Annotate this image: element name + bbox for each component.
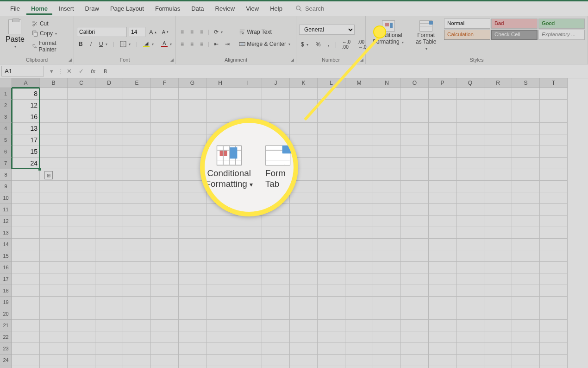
- cell-R16[interactable]: [484, 262, 512, 273]
- cell-F21[interactable]: [151, 320, 179, 331]
- cell-O8[interactable]: [401, 169, 429, 181]
- cell-R25[interactable]: [484, 366, 512, 368]
- cell-D25[interactable]: [95, 366, 123, 368]
- cell-D18[interactable]: [95, 285, 123, 297]
- column-header-A[interactable]: A: [12, 78, 40, 88]
- cell-P14[interactable]: [429, 239, 457, 250]
- row-header-5[interactable]: 5: [0, 134, 12, 146]
- cell-N12[interactable]: [373, 216, 401, 227]
- cell-C24[interactable]: [68, 355, 95, 366]
- cell-P23[interactable]: [429, 343, 457, 355]
- cell-O23[interactable]: [401, 343, 429, 355]
- cell-F3[interactable]: [151, 111, 179, 123]
- cell-M4[interactable]: [345, 123, 373, 134]
- cell-B20[interactable]: [40, 308, 68, 320]
- cell-S6[interactable]: [512, 146, 540, 158]
- cell-S19[interactable]: [512, 297, 540, 308]
- cell-O3[interactable]: [401, 111, 429, 123]
- cell-L22[interactable]: [318, 331, 345, 343]
- cell-G4[interactable]: [179, 123, 206, 134]
- style-check-cell[interactable]: Check Cell: [491, 30, 538, 40]
- column-header-E[interactable]: E: [123, 78, 151, 88]
- cell-P1[interactable]: [429, 88, 457, 100]
- cell-E15[interactable]: [123, 250, 151, 262]
- cell-K5[interactable]: [290, 134, 318, 146]
- cell-M23[interactable]: [345, 343, 373, 355]
- cell-S4[interactable]: [512, 123, 540, 134]
- cell-C10[interactable]: [68, 192, 95, 204]
- cell-P24[interactable]: [429, 355, 457, 366]
- column-header-G[interactable]: G: [179, 78, 206, 88]
- cell-S8[interactable]: [512, 169, 540, 181]
- style-calculation[interactable]: Calculation: [444, 30, 490, 40]
- cell-H24[interactable]: [206, 355, 234, 366]
- cell-C25[interactable]: [68, 366, 95, 368]
- cell-D4[interactable]: [95, 123, 123, 134]
- cell-D16[interactable]: [95, 262, 123, 273]
- wrap-text-button[interactable]: Wrap Text: [237, 28, 292, 36]
- cell-J12[interactable]: [262, 216, 290, 227]
- row-header-14[interactable]: 14: [0, 239, 12, 250]
- cell-M8[interactable]: [345, 169, 373, 181]
- row-header-21[interactable]: 21: [0, 320, 12, 331]
- column-header-D[interactable]: D: [95, 78, 123, 88]
- row-header-7[interactable]: 7: [0, 158, 12, 169]
- cell-A11[interactable]: [12, 204, 40, 216]
- cell-K21[interactable]: [290, 320, 318, 331]
- cell-G16[interactable]: [179, 262, 206, 273]
- cell-F19[interactable]: [151, 297, 179, 308]
- cell-B16[interactable]: [40, 262, 68, 273]
- comma-format-button[interactable]: ,: [326, 40, 331, 49]
- cell-J14[interactable]: [262, 239, 290, 250]
- cell-N24[interactable]: [373, 355, 401, 366]
- row-header-16[interactable]: 16: [0, 262, 12, 273]
- cell-S22[interactable]: [512, 331, 540, 343]
- cell-T10[interactable]: [540, 192, 568, 204]
- insert-function-button[interactable]: fx: [87, 68, 99, 75]
- row-header-17[interactable]: 17: [0, 273, 12, 285]
- cell-E6[interactable]: [123, 146, 151, 158]
- cell-A3[interactable]: 16: [12, 111, 40, 123]
- cell-L23[interactable]: [318, 343, 345, 355]
- row-header-8[interactable]: 8: [0, 169, 12, 181]
- cell-F15[interactable]: [151, 250, 179, 262]
- cell-I12[interactable]: [234, 216, 262, 227]
- menu-home[interactable]: Home: [26, 2, 52, 15]
- cell-R4[interactable]: [484, 123, 512, 134]
- cell-L15[interactable]: [318, 250, 345, 262]
- cell-T9[interactable]: [540, 181, 568, 192]
- cell-F4[interactable]: [151, 123, 179, 134]
- cell-K11[interactable]: [290, 204, 318, 216]
- cell-Q15[interactable]: [457, 250, 484, 262]
- menu-insert[interactable]: Insert: [54, 2, 79, 15]
- style-good[interactable]: Good: [538, 19, 585, 29]
- cell-R12[interactable]: [484, 216, 512, 227]
- cell-N7[interactable]: [373, 158, 401, 169]
- cell-O22[interactable]: [401, 331, 429, 343]
- cell-C5[interactable]: [68, 134, 95, 146]
- cell-C23[interactable]: [68, 343, 95, 355]
- cell-C16[interactable]: [68, 262, 95, 273]
- cell-N5[interactable]: [373, 134, 401, 146]
- cell-M1[interactable]: [345, 88, 373, 100]
- cell-C9[interactable]: [68, 181, 95, 192]
- cell-H16[interactable]: [206, 262, 234, 273]
- cell-S24[interactable]: [512, 355, 540, 366]
- cell-L16[interactable]: [318, 262, 345, 273]
- cell-C21[interactable]: [68, 320, 95, 331]
- cell-R7[interactable]: [484, 158, 512, 169]
- cell-A17[interactable]: [12, 273, 40, 285]
- cell-D5[interactable]: [95, 134, 123, 146]
- cell-H12[interactable]: [206, 216, 234, 227]
- cell-D2[interactable]: [95, 100, 123, 111]
- cell-C19[interactable]: [68, 297, 95, 308]
- cell-T11[interactable]: [540, 204, 568, 216]
- cell-Q13[interactable]: [457, 227, 484, 239]
- cell-H1[interactable]: [206, 88, 234, 100]
- cell-F13[interactable]: [151, 227, 179, 239]
- cell-J23[interactable]: [262, 343, 290, 355]
- cell-D15[interactable]: [95, 250, 123, 262]
- cell-P2[interactable]: [429, 100, 457, 111]
- cell-E23[interactable]: [123, 343, 151, 355]
- cell-N8[interactable]: [373, 169, 401, 181]
